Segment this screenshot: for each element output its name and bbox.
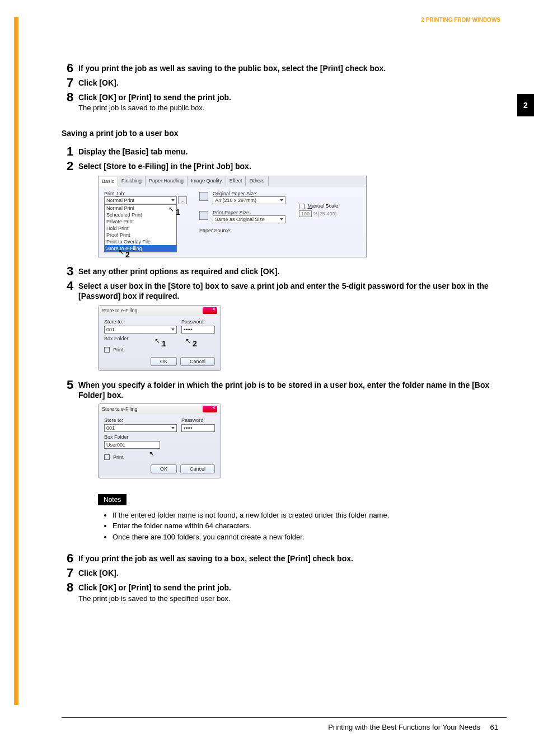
note-item: If the entered folder name is not found,… xyxy=(113,510,500,521)
step-3: 3 Set any other print options as require… xyxy=(62,265,500,278)
notes-list: If the entered folder name is not found,… xyxy=(105,510,500,543)
note-item: Once there are 100 folders, you cannot c… xyxy=(113,532,500,543)
step-text: Click [OK]. xyxy=(78,78,500,88)
cursor-number-2: 2 xyxy=(193,339,197,348)
cursor-icon: ↖ xyxy=(118,248,124,256)
password-input[interactable]: ••••• xyxy=(181,424,215,432)
step-number: 2 xyxy=(62,160,78,172)
store-efiling-dialog-2: Store to e-Filing Store to: 001 Password… xyxy=(98,403,221,478)
cursor-number-1: 1 xyxy=(162,339,166,348)
step-text: Select [Store to e-Filing] in the [Print… xyxy=(78,161,500,171)
running-header: 2 PRINTING FROM WINDOWS xyxy=(62,17,500,23)
cancel-button[interactable]: Cancel xyxy=(180,357,215,366)
print-paper-icon xyxy=(199,211,208,220)
print-job-details-button[interactable]: ... xyxy=(178,196,187,204)
dialog-title: Store to e-Filing xyxy=(102,308,138,313)
print-job-dropdown[interactable]: Normal Print xyxy=(104,196,177,204)
step-subtext: The print job is saved to the public box… xyxy=(78,104,500,112)
step-number: 5 xyxy=(62,379,78,400)
store-to-dropdown[interactable]: 001 xyxy=(104,326,177,334)
original-size-label: Original Paper Size: xyxy=(213,191,285,196)
print-checkbox[interactable] xyxy=(104,347,110,353)
step-number: 7 xyxy=(62,77,78,89)
step-number: 4 xyxy=(62,280,78,301)
store-to-label: Store to: xyxy=(104,417,177,423)
footer-rule xyxy=(62,717,507,718)
step-8-bottom: 8 Click [OK] or [Print] to send the prin… xyxy=(62,581,500,602)
tab-paper-handling[interactable]: Paper Handling xyxy=(146,176,188,186)
step-text: Display the [Basic] tab menu. xyxy=(78,147,500,157)
store-to-label: Store to: xyxy=(104,319,177,325)
tab-image-quality[interactable]: Image Quality xyxy=(188,176,226,186)
print-checkbox-label: Print xyxy=(113,454,124,460)
paper-icon xyxy=(199,192,208,201)
step-number: 8 xyxy=(62,581,78,602)
print-paper-size-dropdown[interactable]: Same as Original Size xyxy=(213,215,285,223)
step-7-bottom: 7 Click [OK]. xyxy=(62,567,500,579)
password-label: Password: xyxy=(181,319,215,325)
step-text: Click [OK] or [Print] to send the print … xyxy=(78,583,500,593)
paper-source-label: Paper Source: xyxy=(199,228,288,233)
step-4: 4 Select a user box in the [Store to] bo… xyxy=(62,280,500,301)
step-number: 8 xyxy=(62,91,78,112)
step-text: If you print the job as well as saving t… xyxy=(78,63,500,73)
manual-scale-label: Manual Scale: xyxy=(308,203,340,209)
step-text: Click [OK]. xyxy=(78,568,500,578)
dialog-title: Store to e-Filing xyxy=(102,406,138,412)
cursor-icon: ↖ xyxy=(154,337,160,345)
password-label: Password: xyxy=(181,417,215,423)
tab-bar: Basic Finishing Paper Handling Image Qua… xyxy=(99,176,366,186)
manual-scale-range: %(25-400) xyxy=(313,211,337,217)
page-number: 61 xyxy=(490,723,498,731)
step-text: Set any other print options as required … xyxy=(78,266,500,276)
section-heading: Saving a print job to a user box xyxy=(62,129,500,138)
cursor-icon: ↖ xyxy=(149,450,154,458)
store-to-dropdown[interactable]: 001 xyxy=(104,424,177,432)
print-checkbox-label: Print xyxy=(113,347,124,353)
step-number: 6 xyxy=(62,62,78,74)
tab-basic[interactable]: Basic xyxy=(99,177,118,186)
close-icon[interactable] xyxy=(203,406,217,412)
print-checkbox[interactable] xyxy=(104,454,110,460)
tab-effect[interactable]: Effect xyxy=(226,176,246,186)
step-8-top: 8 Click [OK] or [Print] to send the prin… xyxy=(62,91,500,112)
step-number: 3 xyxy=(62,265,78,278)
tab-others[interactable]: Others xyxy=(246,176,268,186)
ok-button[interactable]: OK xyxy=(151,357,177,366)
cursor-number-1: 1 xyxy=(176,208,180,217)
cancel-button[interactable]: Cancel xyxy=(180,464,215,473)
page-footer: Printing with the Best Functions for You… xyxy=(62,723,498,731)
cursor-number-2: 2 xyxy=(125,250,130,259)
notes-badge: Notes xyxy=(98,494,127,505)
ok-button[interactable]: OK xyxy=(151,464,177,473)
store-efiling-dialog-1: Store to e-Filing Store to: 001 Password… xyxy=(98,305,221,371)
note-item: Enter the folder name within 64 characte… xyxy=(113,520,500,532)
step-2: 2 Select [Store to e-Filing] in the [Pri… xyxy=(62,160,500,172)
manual-scale-checkbox[interactable] xyxy=(299,204,305,209)
print-job-open-list[interactable]: Normal Print Scheduled Print Private Pri… xyxy=(104,204,177,252)
cursor-icon: ↖ xyxy=(168,205,174,213)
step-number: 7 xyxy=(62,567,78,579)
box-folder-input[interactable]: User001 xyxy=(104,441,160,449)
original-size-dropdown[interactable]: A4 (210 x 297mm) xyxy=(213,196,285,204)
chapter-tab: 2 xyxy=(517,94,534,116)
driver-dialog-screenshot: Basic Finishing Paper Handling Image Qua… xyxy=(98,176,367,257)
step-text: When you specify a folder in which the p… xyxy=(78,380,500,400)
step-5: 5 When you specify a folder in which the… xyxy=(62,379,500,400)
step-1: 1 Display the [Basic] tab menu. xyxy=(62,145,500,158)
password-input[interactable]: ••••• xyxy=(181,326,215,334)
vertical-accent-bar xyxy=(14,17,18,705)
print-job-label: Print Job: xyxy=(104,191,188,196)
print-paper-size-label: Print Paper Size: xyxy=(213,210,285,215)
step-6-top: 6 If you print the job as well as saving… xyxy=(62,62,500,74)
step-6-bottom: 6 If you print the job as well as saving… xyxy=(62,552,500,565)
step-7-top: 7 Click [OK]. xyxy=(62,77,500,89)
step-text: If you print the job as well as saving t… xyxy=(78,553,500,564)
cursor-icon: ↖ xyxy=(185,337,191,345)
close-icon[interactable] xyxy=(203,307,217,314)
tab-finishing[interactable]: Finishing xyxy=(118,176,146,186)
step-number: 6 xyxy=(62,552,78,565)
step-number: 1 xyxy=(62,145,78,158)
step-subtext: The print job is saved to the specified … xyxy=(78,594,500,603)
manual-scale-spin[interactable]: 100 xyxy=(299,210,312,217)
